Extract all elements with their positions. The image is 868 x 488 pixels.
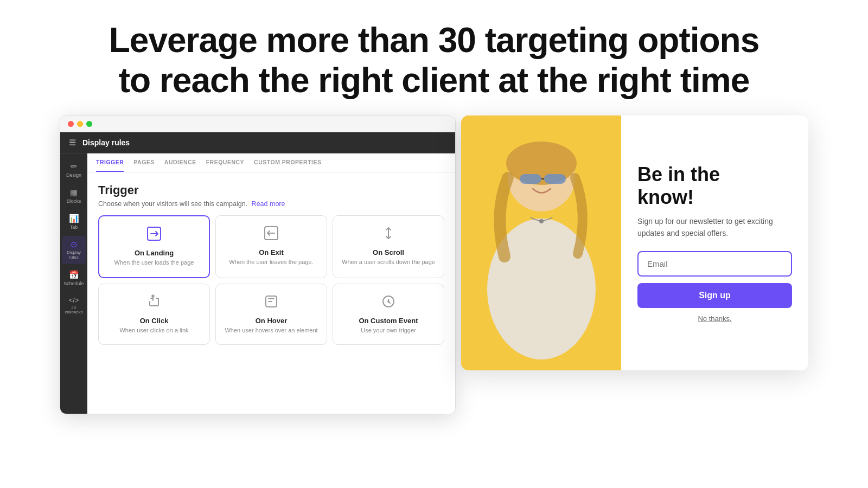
trigger-card-hover[interactable]: On Hover When user hovers over an elemen… [215, 284, 327, 345]
scroll-name: On Scroll [373, 248, 404, 256]
popup-email-input[interactable] [637, 251, 792, 277]
editor-main: TRIGGER PAGES AUDIENCE FREQUENCY CUSTOM … [87, 153, 455, 414]
person-illustration [461, 115, 621, 370]
sidebar-item-design[interactable]: ✏ Design [62, 158, 86, 182]
display-rules-title: Display rules [82, 138, 130, 147]
browser-dot-red [68, 121, 74, 127]
tab-trigger[interactable]: TRIGGER [96, 153, 124, 172]
svg-point-13 [539, 219, 544, 223]
popup-no-thanks[interactable]: No thanks. [637, 314, 792, 323]
click-desc: When user clicks on a link [119, 326, 188, 335]
hero-heading: Leverage more than 30 targeting options … [0, 0, 868, 115]
trigger-card-custom[interactable]: On Custom Event Use your own trigger [333, 284, 444, 345]
sidebar-item-display-rules[interactable]: ⊙ Display rules [62, 236, 86, 264]
exit-icon [264, 226, 279, 244]
popup-subtitle: Sign up for our newsletter to get exciti… [637, 216, 792, 239]
display-rules-icon: ⊙ [71, 240, 78, 249]
custom-name: On Custom Event [359, 317, 418, 325]
landing-icon [146, 226, 162, 245]
editor-sidebar: ✏ Design ▦ Blocks 📊 Tab ⊙ Display rules [60, 153, 87, 414]
custom-desc: Use your own trigger [361, 326, 416, 335]
popup-widget: Be in the know! Sign up for our newslett… [461, 115, 808, 370]
trigger-card-landing[interactable]: On Landing When the user loads the page [98, 215, 210, 278]
browser-topbar [60, 116, 455, 132]
tab-custom-properties[interactable]: CUSTOM PROPERTIES [254, 153, 321, 172]
popup-image-area [461, 115, 621, 370]
sidebar-item-tab[interactable]: 📊 Tab [62, 210, 86, 234]
trigger-card-click[interactable]: On Click When user clicks on a link [98, 284, 210, 345]
browser-dot-green [86, 121, 92, 127]
custom-icon [381, 294, 396, 312]
schedule-icon: 📅 [69, 270, 79, 280]
browser-dot-yellow [77, 121, 83, 127]
hover-name: On Hover [256, 317, 288, 325]
sidebar-item-js[interactable]: </> JS callbacks [62, 292, 86, 319]
tab-audience[interactable]: AUDIENCE [164, 153, 196, 172]
trigger-card-scroll[interactable]: On Scroll When a user scrolls down the p… [333, 215, 444, 278]
editor-tabs: TRIGGER PAGES AUDIENCE FREQUENCY CUSTOM … [87, 153, 455, 172]
svg-point-5 [387, 300, 390, 303]
click-icon [146, 294, 162, 312]
popup-signup-button[interactable]: Sign up [637, 283, 792, 308]
svg-rect-9 [520, 174, 541, 184]
menu-icon[interactable]: ☰ [69, 138, 76, 147]
svg-rect-10 [544, 174, 566, 184]
js-icon: </> [69, 296, 79, 304]
tab-frequency[interactable]: FREQUENCY [206, 153, 244, 172]
exit-desc: When the user leaves the page. [229, 258, 313, 266]
trigger-title: Trigger [98, 183, 444, 197]
scroll-desc: When a user scrolls down the page [342, 258, 435, 266]
popup-title: Be in the know! [637, 163, 792, 208]
landing-name: On Landing [135, 249, 174, 257]
design-icon: ✏ [71, 162, 78, 171]
browser-mockup: ☰ Display rules ✏ Design ▦ Blocks 📊 [60, 115, 456, 414]
blocks-icon: ▦ [70, 188, 78, 197]
trigger-description: Choose when your visitors will see this … [98, 200, 444, 208]
landing-desc: When the user loads the page [114, 259, 194, 267]
read-more-link[interactable]: Read more [252, 200, 285, 208]
hover-icon [264, 294, 279, 312]
tab-pages[interactable]: PAGES [133, 153, 154, 172]
sidebar-item-blocks[interactable]: ▦ Blocks [62, 184, 86, 208]
popup-form: Be in the know! Sign up for our newslett… [621, 115, 808, 370]
trigger-card-exit[interactable]: On Exit When the user leaves the page. [215, 215, 327, 278]
scroll-icon [381, 226, 396, 244]
trigger-grid: On Landing When the user loads the page [98, 215, 444, 345]
editor-topbar: ☰ Display rules [60, 132, 455, 153]
exit-name: On Exit [259, 248, 284, 256]
hover-desc: When user hovers over an element [225, 326, 317, 335]
click-name: On Click [140, 317, 169, 325]
tab-icon: 📊 [69, 214, 79, 223]
trigger-section: Trigger Choose when your visitors will s… [87, 172, 455, 354]
sidebar-item-schedule[interactable]: 📅 Schedule [62, 266, 86, 290]
